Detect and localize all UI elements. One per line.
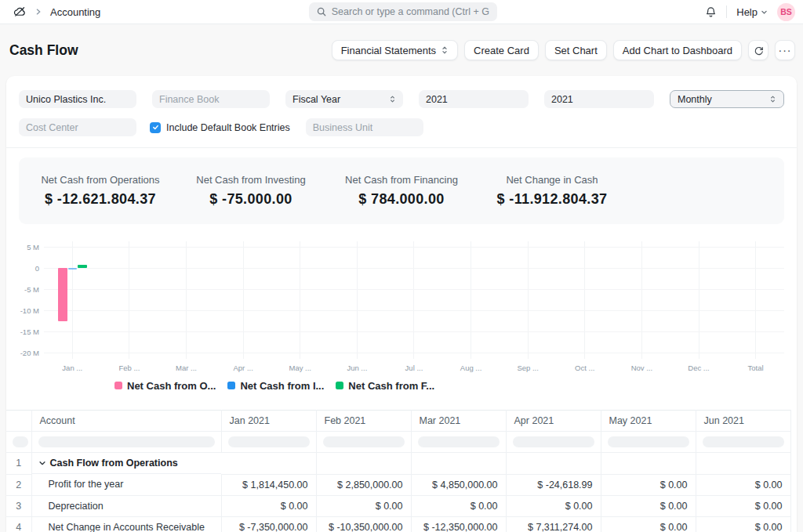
collapse-chevron-icon[interactable]: [38, 459, 46, 467]
column-header-jun[interactable]: Jun 2021: [696, 411, 790, 432]
column-header-account[interactable]: Account: [31, 411, 221, 432]
value-cell[interactable]: $ -7,350,000.00: [221, 516, 316, 532]
value-cell[interactable]: $ 0.00: [411, 495, 506, 516]
row-number: 1: [6, 453, 31, 475]
create-card-button[interactable]: Create Card: [464, 40, 539, 60]
periodicity-select[interactable]: Monthly: [670, 90, 784, 108]
report-card: Unico Plastics Inc. Finance Book Fiscal …: [6, 76, 797, 532]
value-cell[interactable]: [506, 453, 601, 475]
bar-net-cash-from-financing[interactable]: [78, 265, 87, 268]
value-cell[interactable]: $ 0.00: [506, 495, 601, 516]
period-basis-select[interactable]: Fiscal Year: [285, 90, 403, 108]
add-chart-to-dashboard-button[interactable]: Add Chart to Dashboard: [613, 40, 742, 60]
column-filter-input[interactable]: [13, 436, 28, 447]
value-cell[interactable]: [316, 453, 411, 475]
notification-bell-icon[interactable]: [705, 6, 717, 18]
value-cell[interactable]: $ 0.00: [316, 495, 411, 516]
value-cell[interactable]: $ 1,814,450.00: [221, 474, 316, 495]
summary-card-financing: Net Cash from Financing $ 784.000.00: [326, 174, 477, 208]
from-fiscal-year-filter[interactable]: 2021: [419, 90, 529, 108]
account-cell[interactable]: Cash Flow from Operations: [32, 453, 222, 474]
column-filter-input[interactable]: [513, 436, 594, 447]
x-tick: Nov ...: [613, 364, 670, 372]
value-cell[interactable]: $ 0.00: [601, 495, 696, 516]
breadcrumb[interactable]: Accounting: [50, 6, 100, 18]
ellipsis-icon: ···: [779, 45, 792, 56]
bar-net-cash-from-investing[interactable]: [68, 268, 77, 270]
column-header-may[interactable]: May 2021: [601, 411, 696, 432]
summary-value: $ -75.000.00: [176, 191, 326, 208]
account-cell[interactable]: Depreciation: [31, 495, 221, 516]
value-cell[interactable]: [696, 453, 790, 475]
to-fiscal-year-filter[interactable]: 2021: [544, 90, 654, 108]
account-cell[interactable]: Profit for the year: [31, 474, 221, 495]
column-filter-input[interactable]: [38, 436, 215, 447]
value-cell[interactable]: $ -12,350,000.00: [411, 516, 506, 532]
value-cell[interactable]: [221, 453, 316, 475]
x-tick: Aug ...: [442, 364, 500, 372]
table-row[interactable]: 2 Profit for the year $ 1,814,450.00 $ 2…: [6, 474, 790, 495]
column-header-feb[interactable]: Feb 2021: [316, 411, 411, 432]
value-cell[interactable]: $ 0.00: [221, 495, 316, 516]
column-filter-input[interactable]: [228, 436, 310, 447]
bar-net-cash-from-operations[interactable]: [58, 268, 67, 321]
table-row[interactable]: 3 Depreciation $ 0.00 $ 0.00 $ 0.00 $ 0.…: [6, 495, 790, 516]
value-cell[interactable]: $ 4,850,000.00: [411, 474, 506, 495]
avatar[interactable]: BS: [777, 3, 795, 21]
finance-book-filter[interactable]: Finance Book: [152, 90, 270, 108]
value-cell[interactable]: $ 7,311,274.00: [506, 516, 601, 532]
x-tick: Oct ...: [556, 364, 613, 372]
column-header-apr[interactable]: Apr 2021: [506, 411, 601, 432]
chart-legend: Net Cash from O... Net Cash from I... Ne…: [114, 378, 784, 393]
column-header-mar[interactable]: Mar 2021: [411, 411, 506, 432]
summary-label: Net Change in Cash: [477, 174, 627, 186]
x-tick: Jan ...: [44, 364, 101, 372]
x-tick: Total: [727, 364, 784, 372]
company-filter[interactable]: Unico Plastics Inc.: [19, 90, 136, 108]
value-cell[interactable]: $ 2,850,000.00: [316, 474, 411, 495]
more-options-button[interactable]: ···: [775, 40, 795, 60]
value-cell[interactable]: [411, 453, 506, 475]
y-tick: -10 M: [20, 306, 39, 315]
column-filter-input[interactable]: [418, 436, 500, 447]
page-header: Cash Flow Financial Statements Create Ca…: [0, 24, 803, 76]
summary-strip: Net Cash from Operations $ -12.621.804.3…: [19, 157, 784, 224]
summary-card-net-change: Net Change in Cash $ -11.912.804.37: [477, 174, 627, 208]
column-filter-input[interactable]: [703, 436, 784, 447]
column-header-jan[interactable]: Jan 2021: [221, 411, 316, 432]
legend-item-operations[interactable]: Net Cash from O...: [114, 380, 216, 392]
legend-item-investing[interactable]: Net Cash from I...: [227, 380, 324, 392]
column-filter-input[interactable]: [323, 436, 405, 447]
help-menu[interactable]: Help: [736, 6, 768, 18]
row-number-header: [6, 411, 31, 432]
chart-plot-area[interactable]: [44, 241, 784, 359]
financial-statements-dropdown[interactable]: Financial Statements: [332, 40, 458, 60]
value-cell[interactable]: $ -24,618.99: [506, 474, 601, 495]
value-cell[interactable]: $ 0.00: [696, 516, 790, 532]
app-logo-icon[interactable]: [13, 5, 27, 19]
value-cell[interactable]: $ -10,350,000.00: [316, 516, 411, 532]
value-cell[interactable]: $ 0.00: [601, 474, 696, 495]
search-bar[interactable]: [309, 2, 497, 21]
business-unit-filter[interactable]: Business Unit: [306, 118, 423, 136]
legend-label: Net Cash from O...: [127, 380, 216, 392]
summary-value: $ -11.912.804.37: [477, 191, 627, 208]
value-cell[interactable]: $ 0.00: [696, 474, 790, 495]
value-cell[interactable]: $ 0.00: [696, 495, 790, 516]
account-cell[interactable]: Net Change in Accounts Receivable: [31, 516, 221, 532]
search-icon: [317, 7, 326, 16]
table-row[interactable]: 4 Net Change in Accounts Receivable $ -7…: [6, 516, 790, 532]
cost-center-filter[interactable]: Cost Center: [19, 118, 136, 136]
legend-swatch: [227, 382, 235, 389]
table-row[interactable]: 1 Cash Flow from Operations: [6, 453, 790, 475]
column-filter-input[interactable]: [608, 436, 689, 447]
value-cell[interactable]: [601, 453, 696, 475]
include-default-book-entries-checkbox[interactable]: Include Default Book Entries: [150, 122, 290, 133]
x-tick: Apr ...: [215, 364, 272, 372]
set-chart-button[interactable]: Set Chart: [545, 40, 607, 60]
search-input[interactable]: [332, 6, 489, 17]
refresh-button[interactable]: [748, 40, 768, 60]
value-cell[interactable]: $ 0.00: [601, 516, 696, 532]
legend-item-financing[interactable]: Net Cash from F...: [336, 380, 434, 392]
x-tick: Dec ...: [670, 364, 728, 372]
